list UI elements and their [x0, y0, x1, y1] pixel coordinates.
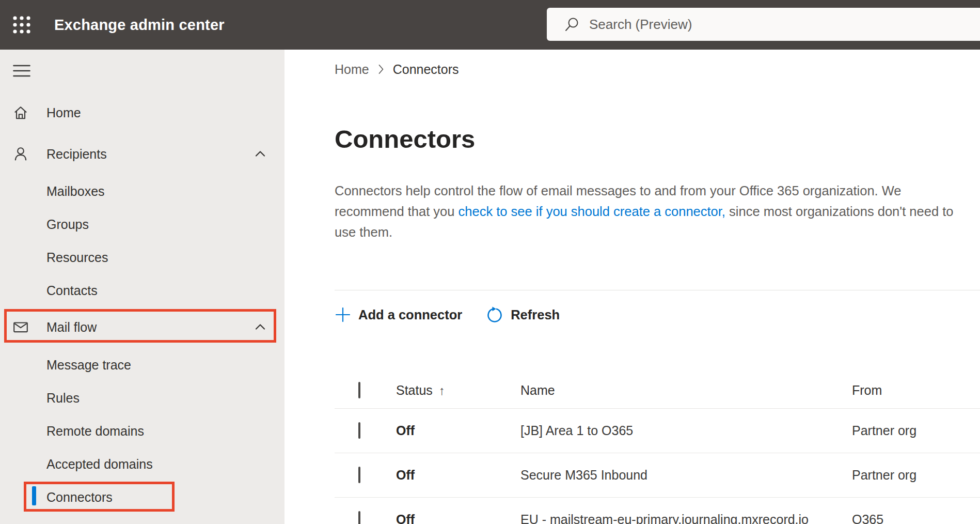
search-icon [564, 17, 580, 32]
command-bar: Add a connector Refresh [335, 301, 980, 328]
refresh-icon [486, 306, 503, 323]
chevron-up-icon[interactable] [252, 146, 268, 162]
breadcrumb: Home Connectors [335, 60, 980, 78]
page-title: Connectors [335, 125, 980, 153]
mail-icon [12, 319, 29, 335]
sidebar-item-connectors[interactable]: Connectors [0, 481, 284, 514]
sidebar-item-mailboxes[interactable]: Mailboxes [0, 175, 284, 208]
connectors-table: Status ↑ Name From Off [JB] Area 1 to O3… [335, 373, 980, 524]
cell-name: Secure M365 Inbound [520, 468, 852, 483]
person-icon [12, 146, 29, 162]
column-header-from[interactable]: From [852, 383, 980, 398]
app-launcher-waffle-icon[interactable] [11, 14, 32, 35]
add-connector-button[interactable]: Add a connector [335, 306, 462, 323]
cell-status: Off [396, 512, 520, 524]
sidebar-item-accepted-domains[interactable]: Accepted domains [0, 448, 284, 481]
cell-name: EU - mailstream-eu-primary.journaling.mx… [520, 512, 852, 524]
sidebar-item-rules[interactable]: Rules [0, 381, 284, 414]
breadcrumb-current: Connectors [393, 62, 459, 77]
app-title: Exchange admin center [54, 17, 225, 34]
sidebar-item-contacts[interactable]: Contacts [0, 274, 284, 307]
sort-ascending-icon[interactable]: ↑ [439, 383, 445, 398]
sidebar-item-recipients[interactable]: Recipients [0, 137, 284, 171]
waffle-icon [11, 14, 32, 35]
cell-from: Partner org [852, 468, 980, 483]
hamburger-menu-icon[interactable] [13, 64, 30, 78]
table-row[interactable]: Off [JB] Area 1 to O365 Partner org [335, 409, 980, 453]
global-search-box[interactable] [547, 8, 980, 41]
table-header-row: Status ↑ Name From [335, 373, 980, 409]
cell-status: Off [396, 468, 520, 483]
row-checkbox[interactable] [358, 511, 360, 524]
sidebar-item-message-trace[interactable]: Message trace [0, 348, 284, 381]
cell-from: Partner org [852, 423, 980, 438]
plus-icon [335, 306, 351, 323]
cell-from: O365 [852, 512, 980, 524]
sidebar-item-mail-flow[interactable]: Mail flow [0, 311, 284, 344]
row-checkbox[interactable] [358, 422, 360, 439]
selected-item-indicator [32, 486, 36, 505]
sidebar-item-groups[interactable]: Groups [0, 208, 284, 241]
exchange-admin-screen: Exchange admin center [0, 0, 980, 524]
page-description: Connectors help control the flow of emai… [335, 180, 965, 242]
breadcrumb-home-link[interactable]: Home [335, 62, 369, 77]
toolbar-top-divider [335, 290, 980, 290]
search-input[interactable] [589, 17, 920, 33]
row-checkbox[interactable] [358, 467, 360, 483]
left-navigation: Home Recipients Mailboxes Groups Resourc… [0, 50, 284, 524]
select-all-checkbox[interactable] [358, 382, 360, 398]
column-header-name[interactable]: Name [520, 383, 852, 398]
home-icon [12, 104, 29, 121]
create-connector-check-link[interactable]: check to see if you should create a conn… [459, 204, 725, 219]
sidebar-item-resources[interactable]: Resources [0, 241, 284, 274]
breadcrumb-chevron-icon [377, 63, 385, 75]
sidebar-item-home[interactable]: Home [0, 96, 284, 129]
main-content: Home Connectors Connectors Connectors he… [284, 50, 980, 524]
cell-name: [JB] Area 1 to O365 [520, 423, 852, 438]
sidebar-item-remote-domains[interactable]: Remote domains [0, 414, 284, 448]
chevron-up-icon[interactable] [252, 319, 268, 335]
top-app-bar: Exchange admin center [0, 0, 980, 50]
table-row[interactable]: Off Secure M365 Inbound Partner org [335, 453, 980, 498]
cell-status: Off [396, 423, 520, 438]
column-header-status[interactable]: Status [396, 383, 433, 398]
refresh-button[interactable]: Refresh [486, 306, 560, 323]
table-row[interactable]: Off EU - mailstream-eu-primary.journalin… [335, 498, 980, 524]
